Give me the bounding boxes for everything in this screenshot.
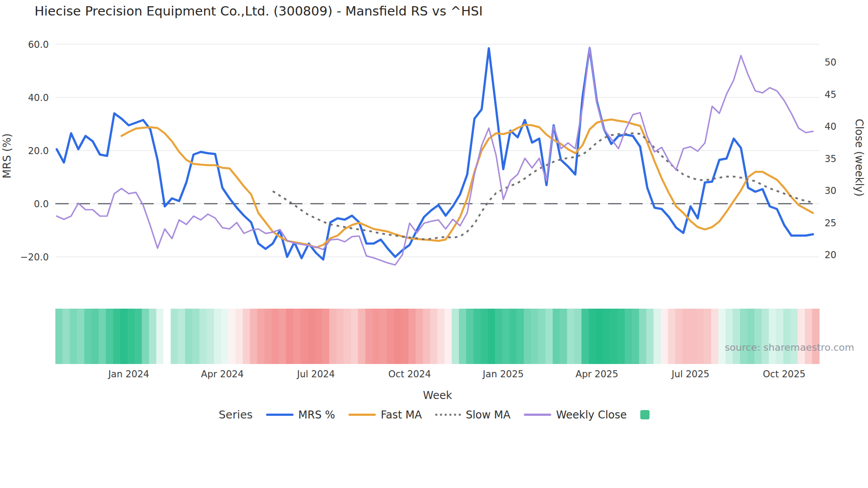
legend-item-slow-ma: Slow MA <box>435 409 511 421</box>
y-left-tick-label: 0.0 <box>34 199 49 209</box>
heatmap-cell <box>574 309 582 364</box>
heatmap-cell <box>589 309 596 364</box>
heatmap-cell <box>704 309 712 364</box>
y-left-tick-label: 60.0 <box>28 39 49 50</box>
x-tick-label: Apr 2024 <box>201 369 244 380</box>
heatmap-cell <box>546 309 553 364</box>
heatmap-strip <box>55 309 820 364</box>
x-tick-label: Jul 2025 <box>670 369 709 380</box>
heatmap-cell <box>466 309 474 364</box>
legend-items: MRS %Fast MASlow MAWeekly Close <box>266 409 650 421</box>
heatmap-cell <box>99 309 106 364</box>
x-tick-label: Jul 2024 <box>296 369 335 380</box>
heatmap-cell <box>372 309 380 364</box>
legend-item-fast-ma: Fast MA <box>349 409 422 421</box>
heatmap-cell <box>625 309 632 364</box>
heatmap-cell <box>725 309 733 364</box>
legend-item-label: Weekly Close <box>556 409 627 421</box>
x-tick-label: Jan 2024 <box>107 369 149 380</box>
heatmap-cell <box>170 309 178 364</box>
heatmap-cell <box>113 309 120 364</box>
heatmap-cell <box>480 309 488 364</box>
heatmap-cell <box>733 309 740 364</box>
heatmap-cell <box>149 309 157 364</box>
heatmap-cell <box>229 309 236 364</box>
heatmap-cell <box>675 309 683 364</box>
heatmap-cell <box>199 309 207 364</box>
heatmap-cell <box>62 309 70 364</box>
heatmap-cell <box>365 309 373 364</box>
heatmap-cell <box>178 309 186 364</box>
legend-title: Series <box>219 408 253 421</box>
heatmap-cell <box>617 309 625 364</box>
legend-item-heatmap <box>640 410 649 419</box>
heatmap-cell <box>798 309 805 364</box>
heatmap-cell <box>423 309 430 364</box>
heatmap-cell <box>610 309 618 364</box>
legend-swatch-line <box>435 414 461 416</box>
heatmap-cell <box>639 309 647 364</box>
heatmap-cell <box>185 309 193 364</box>
heatmap-cell <box>135 309 142 364</box>
heatmap-cell <box>776 309 783 364</box>
grid-layer <box>55 44 819 257</box>
heatmap-cell <box>293 309 301 364</box>
x-tick-label: Oct 2024 <box>388 369 431 380</box>
heatmap-cell <box>459 309 466 364</box>
heatmap-cell <box>308 309 315 364</box>
heatmap-cell <box>755 309 762 364</box>
heatmap-cell <box>654 309 661 364</box>
heatmap-cell <box>286 309 294 364</box>
legend-swatch-line <box>524 414 551 416</box>
heatmap-cell <box>106 309 113 364</box>
heatmap-cell <box>769 309 776 364</box>
legend-swatch-square <box>640 410 649 419</box>
heatmap-cell <box>250 309 257 364</box>
heatmap-cell <box>812 309 820 364</box>
heatmap-cell <box>257 309 265 364</box>
heatmap-cell <box>236 309 243 364</box>
heatmap-cell <box>581 309 589 364</box>
heatmap-cell <box>329 309 337 364</box>
heatmap-cell <box>560 309 567 364</box>
heatmap-cell <box>690 309 697 364</box>
heatmap-cell <box>351 309 358 364</box>
heatmap-cell <box>488 309 495 364</box>
y-right-tick-label: 45 <box>825 89 837 100</box>
heatmap-cell <box>77 309 85 364</box>
heatmap-cell <box>783 309 791 364</box>
heatmap-cell <box>264 309 272 364</box>
heatmap-cell <box>344 309 351 364</box>
heatmap-cell <box>315 309 322 364</box>
heatmap-cell <box>207 309 214 364</box>
heatmap-cell <box>70 309 78 364</box>
y-left-axis-title: MRS (%) <box>1 133 13 178</box>
heatmap-cell <box>120 309 128 364</box>
heatmap-cell <box>408 309 416 364</box>
heatmap-cell <box>416 309 423 364</box>
heatmap-cell <box>279 309 286 364</box>
heatmap-cell <box>473 309 481 364</box>
heatmap-cell <box>668 309 675 364</box>
source-note: source: sharemaestro.com <box>725 342 854 353</box>
heatmap-cell <box>337 309 344 364</box>
legend: Series MRS %Fast MASlow MAWeekly Close <box>219 408 650 421</box>
heatmap-cell <box>646 309 654 364</box>
heatmap-cell <box>805 309 812 364</box>
heatmap-cell <box>661 309 668 364</box>
y-left-tick-label: −20.0 <box>20 252 49 263</box>
heatmap-cell <box>682 309 690 364</box>
legend-item-label: MRS % <box>298 409 335 421</box>
heatmap-cell <box>322 309 329 364</box>
heatmap-cell <box>762 309 769 364</box>
x-tick-label: Jan 2025 <box>482 369 524 380</box>
y-right-tick-label: 50 <box>825 57 837 68</box>
heatmap-cell <box>711 309 719 364</box>
legend-item-label: Slow MA <box>466 409 511 421</box>
heatmap-cell <box>567 309 574 364</box>
heatmap-cell <box>502 309 510 364</box>
legend-swatch-line <box>266 414 294 416</box>
heatmap-cell <box>142 309 149 364</box>
heatmap-cell <box>524 309 531 364</box>
heatmap-cell <box>517 309 524 364</box>
